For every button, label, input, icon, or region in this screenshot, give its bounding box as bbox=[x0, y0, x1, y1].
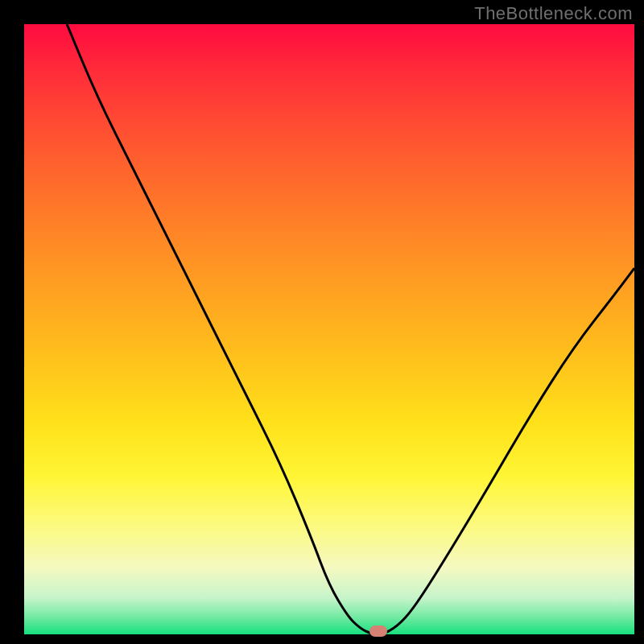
curve-path bbox=[67, 24, 634, 634]
watermark-text: TheBottleneck.com bbox=[474, 3, 633, 24]
plot-area bbox=[24, 24, 634, 634]
bottleneck-curve bbox=[24, 24, 634, 634]
optimum-marker bbox=[369, 625, 387, 637]
chart-frame: TheBottleneck.com bbox=[0, 0, 644, 644]
